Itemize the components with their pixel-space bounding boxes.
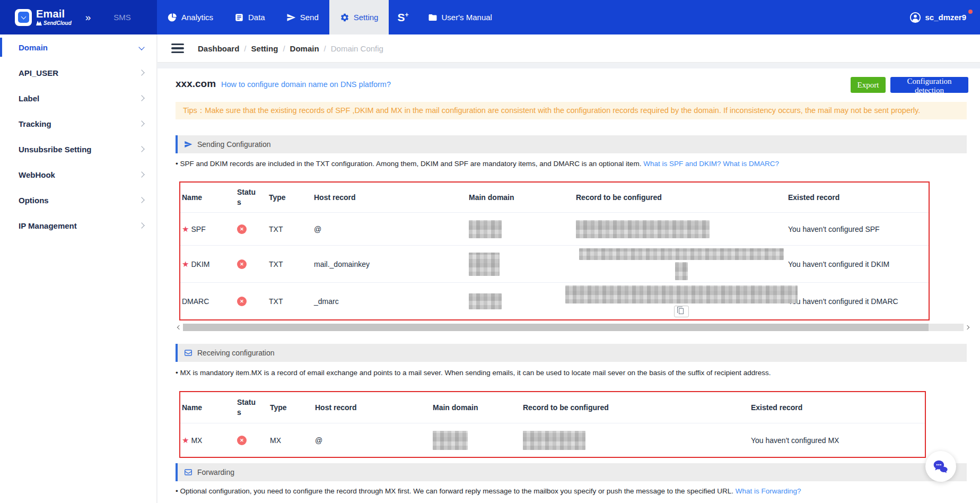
chevron-right-icon [138,197,144,203]
nav-data[interactable]: Data [224,0,276,34]
sidebar-item-domain[interactable]: Domain [0,34,156,60]
breadcrumb-setting[interactable]: Setting [251,44,278,53]
chevron-right-icon [138,120,144,126]
app-window: Email SendCloud » SMS Analytics [0,0,980,503]
col-name: Name [180,193,235,202]
nav-setting[interactable]: Setting [329,0,389,34]
user-avatar-icon [909,12,921,23]
sidebar-item-label[interactable]: Label [0,85,156,111]
mandatory-star-icon: ★ [182,259,189,269]
gear-icon [340,13,349,22]
copy-button[interactable] [674,306,689,317]
mandatory-star-icon: ★ [182,436,189,445]
status-error-icon: ✕ [237,436,247,445]
redacted-record-value [675,262,688,280]
host-record: @ [313,436,431,445]
col-type: Type [267,193,312,202]
record-type: MX [268,436,313,445]
sidebar-item-webhook[interactable]: WebHook [0,162,156,187]
chat-bubbles-icon [932,458,949,475]
col-host-record: Host record [313,403,431,412]
main-nav: Analytics Data Send Setting [157,0,503,34]
scroll-right-arrow[interactable] [964,326,971,329]
redacted-record-value [576,220,710,238]
existed-record: You haven't configured SPF [786,225,929,233]
host-record: @ [312,225,467,233]
chevron-right-icon [138,70,144,75]
chevron-down-icon [138,44,144,50]
scroll-left-arrow[interactable] [176,326,183,329]
notification-dot [968,10,973,14]
sidebar-item-unsubscribe-setting[interactable]: Unsubsribe Setting [0,136,156,162]
table-header-row: Name Status Type Host record Main domain… [180,183,929,212]
table-row-mx: ★MX ✕ MX @ You haven't configured MX [180,423,925,457]
mail-data-icon [234,13,244,22]
col-type: Type [268,403,313,412]
nav-label: Setting [354,13,379,22]
copy-icon [679,308,684,314]
sending-configuration-header: Sending Configuration [176,135,967,153]
support-chat-button[interactable] [925,451,956,482]
breadcrumb-separator: / [324,44,326,53]
sidebar-item-ip-management[interactable]: IP Management [0,213,156,238]
nav-analytics[interactable]: Analytics [157,0,224,34]
page-title: xxx.com [176,78,216,90]
what-is-spf-dkim-link[interactable]: What is SPF and DKIM? [643,160,721,168]
forwarding-header: Forwarding [176,463,967,481]
user-menu[interactable]: sc_dmzer9 [909,0,980,34]
export-button[interactable]: Export [851,77,886,93]
col-record-to-configure: Record to be configured [521,403,749,412]
section-title: Forwarding [197,468,234,476]
dns-help-link[interactable]: How to configure domain name on DNS plat… [221,80,391,89]
status-error-icon: ✕ [237,224,247,234]
double-chevron-icon[interactable]: » [85,12,90,23]
mail-receive-icon [184,349,192,357]
nav-send[interactable]: Send [276,0,329,34]
table-row-dmarc: DMARC ✕ TXT _dmarc You haven't configure… [180,282,929,319]
status-error-icon: ✕ [237,297,247,306]
host-record: _dmarc [312,297,467,306]
tips-banner: Tips：Make sure that the existing records… [176,102,967,119]
scrollbar-thumb[interactable] [183,324,929,331]
breadcrumb-separator: / [244,44,246,53]
brand-text: Email SendCloud [36,8,72,26]
s-plus-logo: S+ [397,11,408,24]
sidebar-item-api-user[interactable]: API_USER [0,60,156,85]
record-name: DMARC [182,297,209,306]
configuration-detection-button[interactable]: Configuration detection [890,77,968,93]
nav-users-manual[interactable]: User's Manual [417,0,503,34]
sidebar-label: WebHook [19,170,55,179]
sidebar-label: Domain [19,43,48,52]
hamburger-menu-icon[interactable] [171,44,184,54]
record-type: TXT [267,297,312,306]
scrollbar-track[interactable] [183,324,964,331]
sidebar-item-options[interactable]: Options [0,187,156,213]
username: sc_dmzer9 [925,13,966,22]
record-name: DKIM [191,260,209,268]
what-is-forwarding-link[interactable]: What is Forwarding? [736,487,801,495]
col-main-domain: Main domain [467,193,574,202]
record-name: SPF [191,225,205,233]
status-error-icon: ✕ [237,259,247,269]
sidebar-label: Options [19,196,49,205]
breadcrumb-dashboard[interactable]: Dashboard [198,44,239,53]
receiving-description: • MX is mandatory item.MX is a record of… [176,369,771,377]
col-name: Name [180,403,235,412]
col-record-to-configure: Record to be configured [574,193,786,202]
sidebar-item-tracking[interactable]: Tracking [0,111,156,136]
pie-chart-icon [168,13,177,22]
col-existed-record: Existed record [749,403,925,412]
forwarding-description: • Optional configuration, you need to co… [176,487,801,495]
folder-icon [428,13,438,22]
table-row-spf: ★SPF ✕ TXT @ You haven't configured SPF [180,212,929,245]
sms-switch[interactable]: SMS [113,13,131,22]
sendcloud-logo-icon[interactable] [15,9,32,26]
existed-record: You haven't configured MX [749,436,925,445]
sidebar-label: Tracking [19,119,51,128]
breadcrumb-bar: Dashboard / Setting / Domain / Domain Co… [158,34,980,63]
mandatory-star-icon: ★ [182,224,189,234]
nav-s-plus[interactable]: S+ [389,0,417,34]
breadcrumb-domain[interactable]: Domain [290,44,319,53]
record-type: TXT [267,260,312,268]
what-is-dmarc-link[interactable]: What is DMARC? [723,160,779,168]
